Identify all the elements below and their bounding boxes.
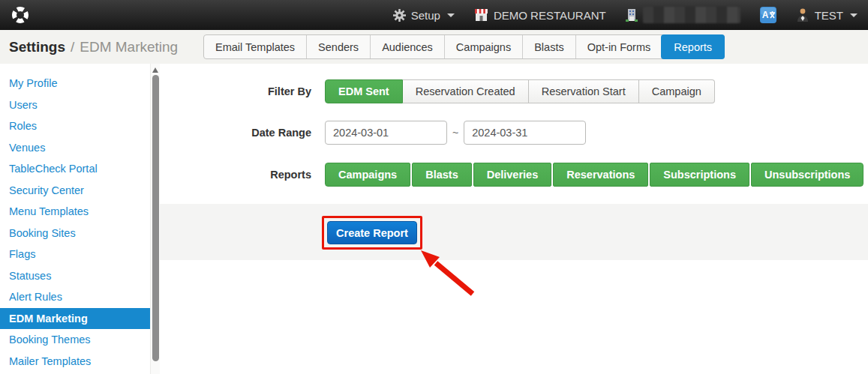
sidebar-item-statuses[interactable]: Statuses <box>0 265 150 287</box>
scrollbar-thumb[interactable] <box>152 75 159 361</box>
tab-reports[interactable]: Reports <box>661 34 725 59</box>
tab-opt-in-forms[interactable]: Opt-in Forms <box>575 35 662 58</box>
highlight-box: Create Report <box>322 216 422 250</box>
report-unsubscriptions-button[interactable]: Unsubscriptions <box>751 163 863 187</box>
tab-campaigns[interactable]: Campaigns <box>444 35 522 58</box>
date-range-row: Date Range ~ <box>160 121 586 145</box>
sidebar-item-my-profile[interactable]: My Profile <box>0 73 150 94</box>
tab-blasts[interactable]: Blasts <box>522 35 575 58</box>
user-menu[interactable]: TEST <box>796 7 857 22</box>
reports-row: Reports Campaigns Blasts Deliveries Rese… <box>160 163 863 187</box>
language-switcher[interactable]: A <box>760 7 776 23</box>
filter-reservation-start-button[interactable]: Reservation Start <box>529 79 639 103</box>
filter-reservation-created-button[interactable]: Reservation Created <box>403 79 529 103</box>
tab-email-templates[interactable]: Email Templates <box>204 35 306 58</box>
sidebar-item-users[interactable]: Users <box>0 94 150 116</box>
tablecheck-logo-icon[interactable] <box>11 5 30 25</box>
sidebar-item-alert-rules[interactable]: Alert Rules <box>0 286 150 308</box>
filter-by-label: Filter By <box>160 85 311 97</box>
sidebar-item-roles[interactable]: Roles <box>0 115 150 137</box>
setup-menu[interactable]: Setup <box>393 9 455 22</box>
tab-senders[interactable]: Senders <box>306 35 370 58</box>
report-deliveries-button[interactable]: Deliveries <box>473 163 552 187</box>
sidebar-scrollbar[interactable] <box>150 64 160 374</box>
storefront-icon <box>474 8 488 22</box>
caret-down-icon <box>447 13 455 17</box>
scrollbar-up-arrow-icon[interactable] <box>152 67 158 73</box>
date-range-separator: ~ <box>452 127 458 139</box>
date-range-label: Date Range <box>160 127 311 139</box>
caret-down-icon <box>850 13 857 17</box>
user-label: TEST <box>815 9 843 22</box>
sidebar-item-edm-marketing[interactable]: EDM Marketing <box>0 308 150 330</box>
sidebar-item-booking-sites[interactable]: Booking Sites <box>0 223 150 244</box>
date-start-input[interactable] <box>325 121 447 145</box>
report-subscriptions-button[interactable]: Subscriptions <box>650 163 749 187</box>
report-blasts-button[interactable]: Blasts <box>412 163 472 187</box>
user-icon <box>796 7 809 22</box>
date-end-input[interactable] <box>464 121 586 145</box>
breadcrumb: Settings / EDM Marketing <box>9 30 178 64</box>
translate-icon: A <box>760 7 776 23</box>
main-content: Filter By EDM Sent Reservation Created R… <box>160 64 868 374</box>
tab-audiences[interactable]: Audiences <box>370 35 444 58</box>
breadcrumb-separator: / <box>71 39 74 55</box>
sidebar-item-mailer-templates[interactable]: Mailer Templates <box>0 351 150 373</box>
page-header: Settings / EDM Marketing Email Templates… <box>0 30 868 64</box>
filter-edm-sent-button[interactable]: EDM Sent <box>325 79 403 103</box>
page: Setup DEMO RESTAU <box>0 0 868 374</box>
settings-tabbar: Email Templates Senders Audiences Campai… <box>203 34 725 59</box>
sidebar-item-tablecheck-portal[interactable]: TableCheck Portal <box>0 158 150 180</box>
sidebar-item-flags[interactable]: Flags <box>0 244 150 265</box>
create-report-button[interactable]: Create Report <box>327 221 417 244</box>
restaurant-label: DEMO RESTAURANT <box>494 9 606 22</box>
filter-campaign-button[interactable]: Campaign <box>639 79 715 103</box>
filter-by-group: EDM Sent Reservation Created Reservation… <box>325 79 715 103</box>
building-icon <box>626 8 638 22</box>
reports-group: Campaigns Blasts Deliveries Reservations… <box>325 163 863 187</box>
report-campaigns-button[interactable]: Campaigns <box>325 163 410 187</box>
form-footer: Create Report <box>160 204 868 260</box>
body: My Profile Users Roles Venues TableCheck… <box>0 64 868 374</box>
gear-icon <box>393 9 406 22</box>
sidebar-item-venues[interactable]: Venues <box>0 137 150 159</box>
venue-user[interactable] <box>626 7 740 23</box>
topbar-menu: Setup DEMO RESTAU <box>393 7 857 23</box>
report-reservations-button[interactable]: Reservations <box>553 163 648 187</box>
breadcrumb-page-title: EDM Marketing <box>80 39 178 55</box>
sidebar-item-booking-themes[interactable]: Booking Themes <box>0 329 150 351</box>
filter-by-row: Filter By EDM Sent Reservation Created R… <box>160 79 715 103</box>
reports-label: Reports <box>160 169 311 181</box>
sidebar-item-security-center[interactable]: Security Center <box>0 180 150 202</box>
restaurant-menu[interactable]: DEMO RESTAURANT <box>474 8 606 22</box>
settings-sidebar: My Profile Users Roles Venues TableCheck… <box>0 64 150 374</box>
sidebar-item-menu-templates[interactable]: Menu Templates <box>0 201 150 223</box>
breadcrumb-settings: Settings <box>9 39 65 55</box>
setup-label: Setup <box>411 9 440 22</box>
topbar: Setup DEMO RESTAU <box>0 0 868 30</box>
redacted-username <box>643 7 740 23</box>
svg-text:A: A <box>761 10 768 20</box>
